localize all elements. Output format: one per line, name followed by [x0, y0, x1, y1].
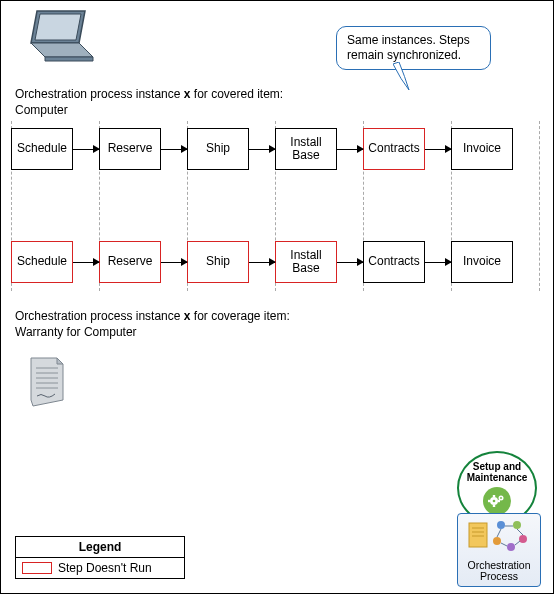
orchestration-process-tile[interactable]: Orchestration Process: [457, 513, 541, 587]
coverage-step-ship: Ship: [187, 241, 249, 283]
svg-rect-15: [488, 500, 490, 502]
svg-rect-16: [498, 500, 500, 502]
legend-row-notrun: Step Doesn't Run: [16, 558, 184, 578]
divider: [539, 121, 540, 291]
svg-marker-3: [45, 57, 93, 61]
svg-point-23: [497, 521, 505, 529]
svg-marker-2: [31, 43, 93, 57]
svg-point-27: [519, 535, 527, 543]
svg-marker-5: [57, 358, 63, 364]
legend-swatch-notrun: [22, 562, 52, 574]
gear-icon: [483, 487, 511, 515]
covered-step-invoice: Invoice: [451, 128, 513, 170]
tile-label: Orchestration Process: [460, 560, 538, 583]
coverage-step-schedule: Schedule: [11, 241, 73, 283]
badge-title: Setup and Maintenance: [467, 461, 528, 483]
covered-step-reserve: Reserve: [99, 128, 161, 170]
svg-rect-13: [493, 495, 495, 497]
svg-point-18: [500, 497, 502, 499]
coverage-step-reserve: Reserve: [99, 241, 161, 283]
arrow-icon: [425, 262, 451, 263]
svg-point-24: [513, 521, 521, 529]
covered-step-contracts: Contracts: [363, 128, 425, 170]
document-icon: [27, 356, 67, 411]
arrow-icon: [249, 149, 275, 150]
flow-covered-item: ScheduleReserveShipInstall BaseContracts…: [11, 128, 513, 170]
svg-rect-14: [493, 505, 495, 507]
svg-point-12: [493, 500, 496, 503]
orchestration-icon: [460, 518, 538, 558]
svg-point-26: [507, 543, 515, 551]
legend-label-notrun: Step Doesn't Run: [58, 561, 152, 575]
svg-rect-19: [469, 523, 487, 547]
arrow-icon: [161, 262, 187, 263]
svg-point-25: [493, 537, 501, 545]
arrow-icon: [73, 262, 99, 263]
legend-box: Legend Step Doesn't Run: [15, 536, 185, 579]
arrow-icon: [337, 262, 363, 263]
arrow-icon: [249, 262, 275, 263]
flow-coverage-item: ScheduleReserveShipInstall BaseContracts…: [11, 241, 513, 283]
covered-step-ship: Ship: [187, 128, 249, 170]
callout-text: Same instances. Steps remain synchronize…: [347, 33, 470, 62]
coverage-step-invoice: Invoice: [451, 241, 513, 283]
laptop-icon: [25, 9, 99, 68]
diagram-canvas: Same instances. Steps remain synchronize…: [0, 0, 554, 594]
arrow-icon: [161, 149, 187, 150]
legend-title: Legend: [16, 537, 184, 558]
callout-tail-icon: [393, 62, 411, 92]
arrow-icon: [425, 149, 451, 150]
callout-note: Same instances. Steps remain synchronize…: [336, 26, 491, 70]
coverage-step-install_base: Install Base: [275, 241, 337, 283]
label-coverage-item: Orchestration process instance x for cov…: [15, 309, 290, 340]
coverage-step-contracts: Contracts: [363, 241, 425, 283]
label-covered-item: Orchestration process instance x for cov…: [15, 87, 283, 118]
svg-marker-4: [31, 358, 63, 406]
covered-step-schedule: Schedule: [11, 128, 73, 170]
arrow-icon: [337, 149, 363, 150]
covered-step-install_base: Install Base: [275, 128, 337, 170]
svg-marker-1: [35, 14, 81, 40]
arrow-icon: [73, 149, 99, 150]
